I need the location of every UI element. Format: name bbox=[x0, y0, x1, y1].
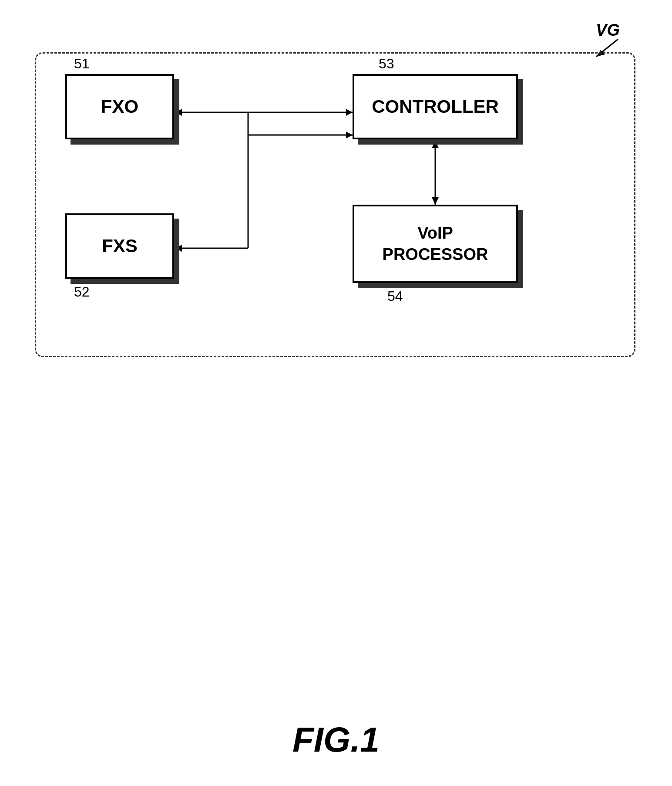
voip-block: VoIP PROCESSOR bbox=[353, 205, 518, 283]
figure-caption: FIG.1 bbox=[292, 720, 380, 760]
voip-wrapper: VoIP PROCESSOR 54 bbox=[353, 205, 518, 283]
controller-number: 53 bbox=[379, 56, 394, 72]
fxs-number: 52 bbox=[74, 284, 90, 300]
fxo-block: FXO bbox=[65, 74, 174, 139]
voip-label-line1: VoIP bbox=[383, 223, 488, 244]
vg-text: VG bbox=[596, 21, 620, 39]
voip-number: 54 bbox=[387, 288, 403, 304]
controller-block: CONTROLLER bbox=[353, 74, 518, 139]
fxo-label: FXO bbox=[101, 96, 138, 117]
page: VG 51 bbox=[0, 0, 672, 786]
controller-wrapper: 53 CONTROLLER bbox=[353, 74, 518, 139]
controller-label: CONTROLLER bbox=[372, 96, 499, 117]
fxs-label: FXS bbox=[102, 236, 138, 256]
fxs-wrapper: FXS 52 bbox=[65, 213, 174, 279]
fxo-number: 51 bbox=[74, 56, 90, 72]
fxs-block: FXS bbox=[65, 213, 174, 279]
voip-label-line2: PROCESSOR bbox=[383, 244, 488, 265]
fxo-wrapper: 51 FXO bbox=[65, 74, 174, 139]
vg-label: VG bbox=[596, 21, 620, 40]
